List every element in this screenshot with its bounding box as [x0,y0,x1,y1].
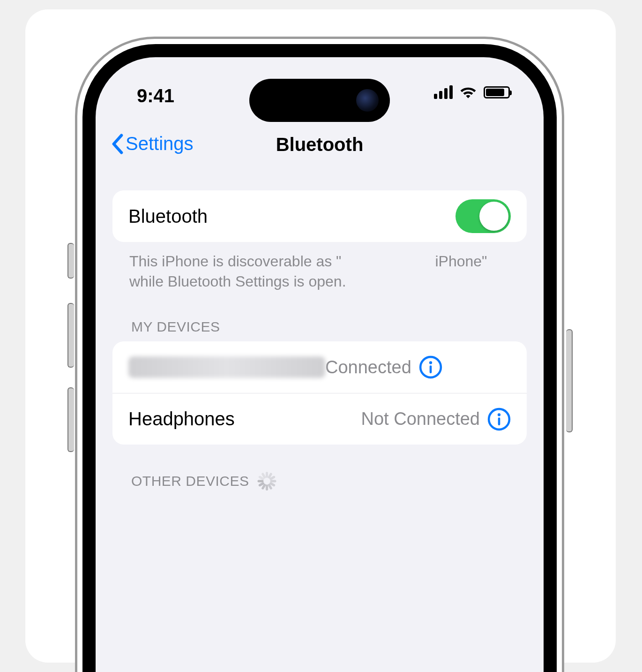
status-bar: 9:41 [96,57,544,127]
phone-volume-up-button [67,303,74,368]
info-icon[interactable] [419,355,442,379]
phone-bezel: 9:41 [82,44,557,672]
other-devices-header: OTHER DEVICES [112,445,527,497]
svg-rect-2 [430,366,432,374]
page-title: Bluetooth [96,134,544,155]
phone-silent-switch [67,243,74,279]
spinner-icon [258,472,276,491]
wifi-icon [459,86,477,99]
svg-rect-5 [498,417,500,425]
status-right [434,85,510,99]
device-name-redacted [128,356,325,378]
phone-frame: 9:41 [75,37,564,672]
status-time: 9:41 [137,85,174,106]
content-area: Bluetooth This iPhone is discoverable as… [96,170,544,497]
device-status: Connected [325,357,411,378]
cellular-signal-icon [434,85,453,99]
bluetooth-toggle-group: Bluetooth [112,190,527,242]
phone-power-button [566,329,573,432]
svg-point-1 [429,362,432,364]
bluetooth-toggle[interactable] [455,199,511,233]
discoverable-note: This iPhone is discoverable as "iPhone" … [112,242,527,292]
bluetooth-label: Bluetooth [128,206,455,227]
phone-volume-down-button [67,387,74,452]
nav-bar: Settings Bluetooth [96,127,544,170]
battery-icon [484,86,510,98]
device-status: Not Connected [361,409,480,429]
my-devices-header: MY DEVICES [112,292,527,341]
bluetooth-toggle-row: Bluetooth [112,190,527,242]
phone-screen: 9:41 [96,57,544,672]
device-name: Headphones [128,408,361,430]
info-icon[interactable] [487,408,511,431]
my-devices-group: Connected Headphones Not Connected [112,341,527,445]
toggle-knob [479,202,508,231]
device-row[interactable]: Connected [112,341,527,393]
svg-point-4 [498,413,500,416]
device-row[interactable]: Headphones Not Connected [112,393,527,445]
image-card: 9:41 [25,9,616,663]
other-devices-label: OTHER DEVICES [131,473,249,489]
